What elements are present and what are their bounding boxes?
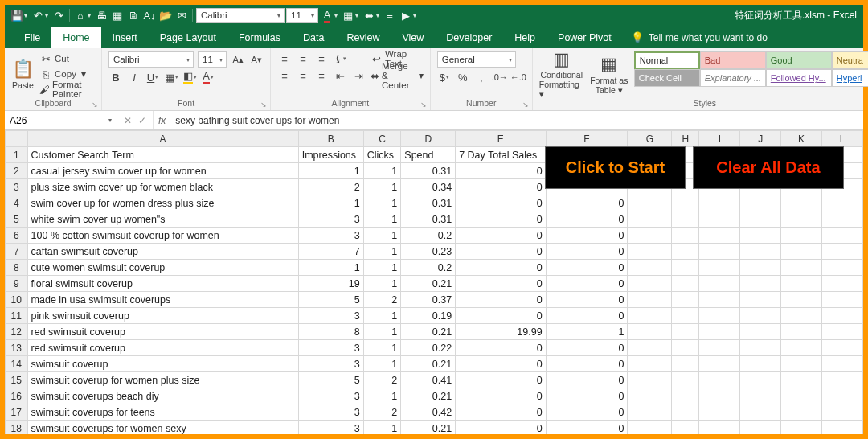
cell[interactable]: pink swimsuit coverup: [27, 308, 298, 324]
cell[interactable]: red swimsuit coverup: [27, 340, 298, 356]
cell[interactable]: [672, 372, 699, 388]
cell[interactable]: [781, 292, 822, 308]
cell[interactable]: 0.37: [401, 292, 456, 308]
cell[interactable]: 0: [456, 179, 546, 195]
align-right-icon[interactable]: ≡: [314, 68, 329, 83]
cell[interactable]: [672, 276, 699, 292]
cell[interactable]: [740, 388, 781, 404]
enter-icon[interactable]: ✓: [138, 115, 146, 126]
cell[interactable]: [699, 211, 740, 228]
cell[interactable]: red swimsuit coverup: [27, 324, 298, 340]
cell[interactable]: swimsuit coverup: [27, 356, 298, 372]
col-header-D[interactable]: D: [401, 131, 456, 147]
cell[interactable]: [672, 340, 699, 356]
cell[interactable]: [822, 244, 863, 260]
col-header-C[interactable]: C: [363, 131, 401, 147]
cell[interactable]: white swim cover up women"s: [27, 211, 298, 228]
col-header-K[interactable]: K: [781, 131, 822, 147]
cell[interactable]: 0: [456, 308, 546, 324]
cell[interactable]: [822, 356, 863, 372]
undo-icon[interactable]: ↶: [31, 8, 45, 23]
dropdown-icon[interactable]: ▾: [45, 12, 48, 19]
paste-button[interactable]: 📋 Paste: [11, 51, 35, 96]
cell[interactable]: 0: [456, 244, 546, 260]
cell[interactable]: 0: [546, 260, 628, 276]
cell[interactable]: [699, 388, 740, 404]
align-bottom-icon[interactable]: ≡: [314, 51, 329, 66]
cell[interactable]: swimsuit coverups beach diy: [27, 388, 298, 404]
tab-review[interactable]: Review: [335, 27, 391, 48]
italic-icon[interactable]: I: [127, 70, 141, 84]
cell[interactable]: [822, 228, 863, 244]
cell[interactable]: [672, 195, 699, 211]
cell[interactable]: swimsuit coverups for teens: [27, 404, 298, 421]
cell[interactable]: [822, 404, 863, 421]
increase-decimal-icon[interactable]: .0→: [493, 70, 507, 84]
tab-insert[interactable]: Insert: [101, 27, 149, 48]
tab-view[interactable]: View: [391, 27, 435, 48]
col-header-I[interactable]: I: [699, 131, 740, 147]
cell[interactable]: 8: [298, 324, 363, 340]
cell[interactable]: [672, 421, 699, 435]
cell[interactable]: [740, 372, 781, 388]
row-header[interactable]: 11: [6, 308, 28, 324]
col-header-B[interactable]: B: [298, 131, 363, 147]
cell[interactable]: 0: [456, 404, 546, 421]
cell[interactable]: 0.23: [401, 244, 456, 260]
dropdown-icon[interactable]: ▾: [88, 12, 91, 19]
cell[interactable]: [699, 404, 740, 421]
row-header[interactable]: 3: [6, 179, 28, 195]
cell[interactable]: [822, 276, 863, 292]
cell[interactable]: 1: [363, 163, 401, 179]
cell[interactable]: 0: [456, 340, 546, 356]
cell[interactable]: 0.21: [401, 324, 456, 340]
cell[interactable]: 0: [456, 195, 546, 211]
clear-all-data-button[interactable]: Clear All Data: [693, 146, 844, 189]
tab-data[interactable]: Data: [292, 27, 335, 48]
cell[interactable]: [740, 324, 781, 340]
cell[interactable]: [699, 340, 740, 356]
style-neutral[interactable]: Neutra: [832, 51, 868, 69]
cell[interactable]: [822, 292, 863, 308]
redo-icon[interactable]: ↷: [51, 8, 66, 23]
cell[interactable]: [628, 421, 672, 435]
cell[interactable]: casual jersey swim cover up for women: [27, 163, 298, 179]
cell[interactable]: [628, 211, 672, 228]
cell[interactable]: 0: [456, 356, 546, 372]
cell[interactable]: 0: [546, 421, 628, 435]
cell[interactable]: [699, 228, 740, 244]
cell[interactable]: 0: [456, 372, 546, 388]
cell[interactable]: 3: [298, 421, 363, 435]
dialog-launcher-icon[interactable]: ↘: [260, 101, 267, 109]
cell[interactable]: 0: [546, 308, 628, 324]
cell[interactable]: floral swimsuit coverup: [27, 276, 298, 292]
col-header-E[interactable]: E: [456, 131, 546, 147]
row-header[interactable]: 12: [6, 324, 28, 340]
row-header[interactable]: 14: [6, 356, 28, 372]
cell[interactable]: [740, 404, 781, 421]
cell[interactable]: [822, 372, 863, 388]
style-followed-hyperlink[interactable]: Followed Hy...: [766, 69, 832, 87]
cell[interactable]: 0.31: [401, 211, 456, 228]
borders-icon[interactable]: ▦▾: [164, 70, 178, 84]
save-icon[interactable]: 💾: [10, 8, 24, 23]
cell[interactable]: 2: [363, 372, 401, 388]
underline-icon[interactable]: U▾: [145, 70, 160, 84]
col-header-H[interactable]: H: [672, 131, 699, 147]
cell[interactable]: 2: [363, 404, 401, 421]
cell[interactable]: 1: [363, 421, 401, 435]
cell[interactable]: 100 % cotton swimsuit coverup for women: [27, 228, 298, 244]
cell[interactable]: 0: [546, 244, 628, 260]
cell[interactable]: [740, 260, 781, 276]
font-name-select[interactable]: Calibri▾: [108, 51, 194, 68]
decrease-decimal-icon[interactable]: ←.0: [511, 70, 526, 84]
cell[interactable]: [699, 195, 740, 211]
row-header[interactable]: 9: [6, 276, 28, 292]
row-header[interactable]: 7: [6, 244, 28, 260]
cell[interactable]: [672, 404, 699, 421]
cell[interactable]: 0.21: [401, 276, 456, 292]
cell[interactable]: [781, 404, 822, 421]
cell[interactable]: [699, 356, 740, 372]
cell[interactable]: [781, 356, 822, 372]
cell[interactable]: 3: [298, 340, 363, 356]
